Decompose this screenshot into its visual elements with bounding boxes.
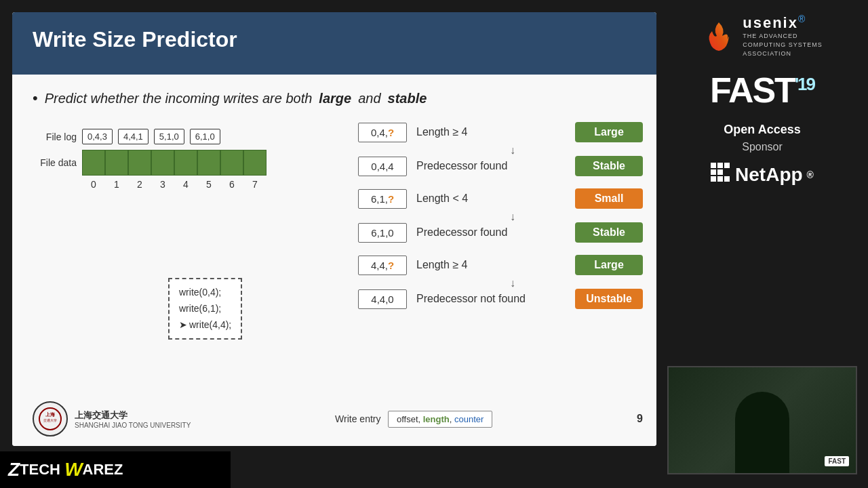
pred-entry-box-4: 4,4,? (358, 256, 407, 275)
watermark-tech: TECH (20, 461, 60, 479)
bullet-mid: and (358, 91, 380, 106)
bullet-bold1: large (319, 91, 351, 106)
fast-logo: FAST'19 (710, 70, 814, 110)
blocks-container (82, 150, 267, 176)
netapp-logo: NetApp® (711, 163, 814, 186)
presenter-silhouette (735, 392, 789, 473)
write-entry-section: Write entry offset, length, counter (335, 411, 492, 428)
pred-row-2: 6,1,? Length < 4 Small (358, 188, 643, 209)
data-block-4 (174, 150, 197, 176)
pred-entry-box-5: 4,4,0 (358, 289, 407, 309)
write-line-1: write(6,1); (179, 301, 231, 317)
watermark-arez: AREZ (83, 461, 123, 479)
bullet-dot: • (33, 89, 38, 107)
diagram-area: File log 0,4,3 4,4,1 5,1,0 6,1,0 File da… (33, 129, 372, 190)
block-num-2: 2 (128, 179, 151, 190)
write-entry-label: Write entry (335, 413, 380, 424)
pred-entry-box-3: 6,1,0 (358, 223, 407, 243)
pred-row-1: 0,4,4 Predecessor found Stable (358, 156, 643, 176)
open-access-text: Open Access (724, 123, 800, 137)
pred-entry-box-1: 0,4,4 (358, 157, 407, 176)
file-data-label: File data (33, 157, 77, 168)
block-numbers: 0 1 2 3 4 5 6 7 (82, 179, 372, 190)
svg-rect-4 (717, 163, 723, 168)
data-block-2 (128, 150, 151, 176)
pred-badge-stable-1: Stable (575, 222, 643, 243)
pred-condition-3: Predecessor found (416, 226, 566, 239)
pred-condition-4: Length ≥ 4 (416, 259, 566, 271)
pred-row-4: 4,4,? Length ≥ 4 Large (358, 255, 643, 275)
right-panel: usenix® THE ADVANCED COMPUTING SYSTEMS A… (656, 0, 868, 488)
slide-header: Write Size Predictor (12, 12, 656, 75)
entry-counter: counter (454, 414, 484, 424)
sjtu-logo: 上海 交通大学 上海交通大学 SHANGHAI JIAO TONG UNIVER… (33, 401, 191, 436)
pred-condition-0: Length ≥ 4 (416, 126, 566, 138)
svg-text:交通大学: 交通大学 (43, 418, 57, 422)
pred-badge-small-0: Small (575, 188, 643, 209)
pred-badge-unstable-0: Unstable (575, 289, 643, 309)
data-block-1 (105, 150, 128, 176)
svg-rect-6 (711, 169, 716, 175)
svg-text:上海: 上海 (45, 411, 56, 417)
file-log-label: File log (33, 131, 77, 142)
svg-rect-10 (724, 176, 730, 182)
pred-condition-5: Predecessor not found (416, 293, 566, 305)
watermark-w: W (64, 459, 82, 481)
arrow-down-0: ↓ (382, 145, 643, 156)
fast-video-badge: FAST (825, 456, 849, 466)
log-entry-0: 0,4,3 (82, 129, 113, 144)
bullet-prefix: Predict whether the incoming writes are … (45, 91, 313, 106)
data-block-7 (243, 150, 267, 176)
fast-text: FAST (710, 70, 795, 110)
arrow-down-1: ↓ (382, 211, 643, 222)
block-num-1: 1 (105, 179, 128, 190)
pred-entry-box-0: 0,4,? (358, 123, 407, 142)
entry-offset: offset (397, 414, 418, 424)
slide-page-num: 9 (637, 413, 643, 425)
bottom-area: 上海 交通大学 上海交通大学 SHANGHAI JIAO TONG UNIVER… (33, 401, 643, 436)
block-num-5: 5 (197, 179, 220, 190)
usenix-main: usenix® (743, 14, 823, 32)
write-box: write(0,4); write(6,1); ➤write(4,4); (168, 278, 242, 340)
pred-row-3: 6,1,0 Predecessor found Stable (358, 222, 643, 243)
watermark: Z TECH W AREZ (0, 451, 231, 488)
usenix-sub: THE ADVANCED COMPUTING SYSTEMS ASSOCIATI… (743, 32, 823, 58)
data-block-3 (151, 150, 174, 176)
write-entry-box: offset, length, counter (388, 411, 492, 428)
block-num-0: 0 (82, 179, 105, 190)
block-num-7: 7 (243, 179, 267, 190)
sjtu-circle: 上海 交通大学 (33, 401, 68, 436)
log-entry-3: 6,1,0 (190, 129, 220, 144)
slide-title: Write Size Predictor (33, 27, 636, 52)
pred-badge-stable-0: Stable (575, 156, 643, 176)
presenter-video: FAST (667, 366, 857, 474)
entry-length: length (423, 414, 450, 424)
slide: Write Size Predictor • Predict whether t… (12, 12, 656, 446)
pred-condition-1: Predecessor found (416, 160, 566, 172)
usenix-text-block: usenix® THE ADVANCED COMPUTING SYSTEMS A… (743, 14, 823, 58)
write-line-0: write(0,4); (179, 285, 231, 301)
block-num-6: 6 (220, 179, 243, 190)
file-log-row: File log 0,4,3 4,4,1 5,1,0 6,1,0 (33, 129, 372, 144)
data-block-0 (82, 150, 105, 176)
bullet-bold2: stable (388, 91, 427, 106)
pred-badge-large-0: Large (575, 122, 643, 142)
usenix-flame-icon (702, 19, 736, 53)
data-block-5 (197, 150, 220, 176)
pred-entry-box-2: 6,1,? (358, 189, 407, 209)
watermark-z: Z (8, 459, 20, 481)
log-entry-2: 5,1,0 (154, 129, 184, 144)
fast-year: '19 (795, 74, 814, 94)
usenix-logo: usenix® THE ADVANCED COMPUTING SYSTEMS A… (702, 14, 823, 58)
write-arrow-icon: ➤ (179, 317, 187, 333)
pred-row-5: 4,4,0 Predecessor not found Unstable (358, 289, 643, 309)
bullet-text: • Predict whether the incoming writes ar… (33, 89, 636, 107)
pred-row-0: 0,4,? Length ≥ 4 Large (358, 122, 643, 142)
netapp-text: NetApp (735, 164, 803, 186)
pred-badge-large-1: Large (575, 255, 643, 275)
sjtu-name-en: SHANGHAI JIAO TONG UNIVERSITY (75, 422, 191, 429)
svg-rect-5 (724, 163, 730, 168)
sjtu-name: 上海交通大学 (75, 409, 191, 422)
slide-body: • Predict whether the incoming writes ar… (12, 75, 656, 446)
prediction-area: 0,4,? Length ≥ 4 Large ↓ 0,4,4 Predecess… (358, 122, 643, 312)
